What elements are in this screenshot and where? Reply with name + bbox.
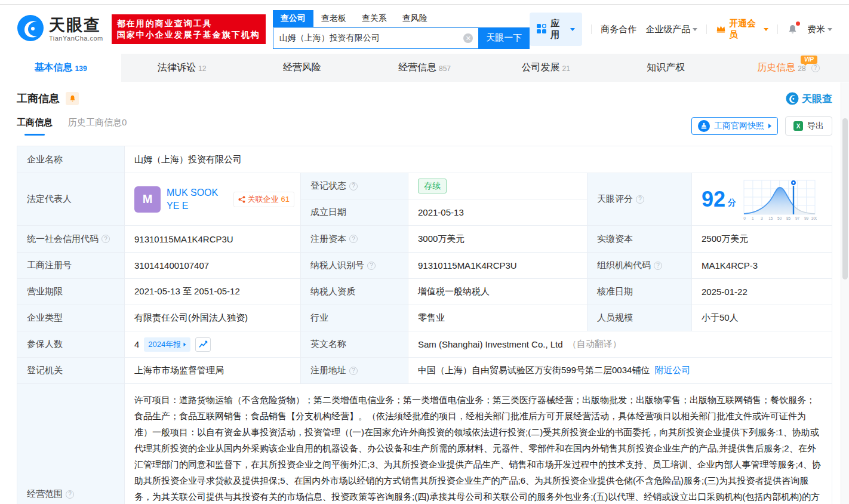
insured-value: 4 2024年报 (125, 331, 301, 358)
brand-slogan: 都在用的商业查询工具 国家中小企业发展子基金旗下机构 (112, 14, 266, 44)
help-icon[interactable]: ? (636, 195, 644, 204)
score-unit: 分 (728, 198, 736, 208)
business-term-label: 营业期限 (17, 279, 125, 305)
search-area: 查公司 查老板 查关系 查风险 ✕ 天眼一下 (273, 10, 530, 49)
subtab-row: 工商信息 历史工商信息0 工商官网快照 X 导出 (0, 114, 849, 138)
uscc-value: 91310115MA1K4RCP3U (125, 226, 301, 253)
approval-date-label: 核准日期 (587, 279, 692, 305)
annual-report-badge[interactable]: 2024年报 (144, 337, 190, 352)
excel-icon: X (793, 121, 803, 131)
divider (706, 24, 707, 34)
help-icon[interactable]: ? (349, 367, 358, 375)
scrollbar[interactable] (841, 82, 849, 504)
search-button[interactable]: 天眼一下 (478, 27, 530, 49)
official-snapshot-button[interactable]: 工商官网快照 (691, 117, 778, 135)
top-nav: 应用 商务合作 企业级产品 开通会员 (530, 13, 832, 46)
help-icon[interactable]: ? (349, 182, 358, 190)
notifications-button[interactable] (787, 23, 798, 35)
english-name-value: Sam (Shanghai) Investment Co., Ltd （自动翻译… (408, 331, 832, 358)
tianyancha-logo[interactable]: 天眼查 TianYanCha.com (17, 14, 103, 44)
reg-capital-label: 注册资本? (301, 226, 408, 253)
logo-title: 天眼查 (49, 17, 103, 33)
tab-business-info[interactable]: 经营信息857 (364, 54, 485, 82)
company-type-value: 有限责任公司(外国法人独资) (125, 305, 301, 331)
chevron-down-icon (570, 28, 575, 31)
related-companies-icon (238, 196, 245, 203)
tab-intellectual-property[interactable]: 知识产权 (607, 54, 728, 82)
svg-text:1: 1 (752, 216, 754, 220)
svg-text:100: 100 (811, 216, 817, 220)
tab-operation-risk[interactable]: 经营风险 (242, 54, 364, 82)
arrow-right-icon (184, 342, 186, 346)
scrollbar-thumb[interactable] (842, 118, 848, 279)
score-distribution-chart: 0 1 3 15 50 85 97 99 100 (742, 177, 817, 222)
watermark-brand: 天眼查 (786, 92, 832, 106)
export-button[interactable]: X 导出 (785, 116, 832, 136)
reg-authority-label: 登记机关 (17, 358, 125, 384)
related-companies-badge[interactable]: 关联企业 61 (233, 192, 294, 207)
industry-value: 零售业 (408, 305, 587, 331)
approval-date-value: 2025-01-22 (692, 279, 832, 305)
status-badge: 存续 (418, 179, 447, 193)
apps-menu[interactable]: 应用 (530, 13, 582, 46)
svg-text:0: 0 (743, 216, 746, 220)
search-tab-relation[interactable]: 查关系 (354, 10, 395, 27)
subtab-history-registration[interactable]: 历史工商信息0 (68, 117, 127, 136)
clear-search-icon[interactable]: ✕ (463, 33, 473, 43)
help-icon[interactable]: ? (349, 235, 358, 243)
svg-text:99: 99 (804, 216, 809, 220)
reg-capital-value: 3000万美元 (408, 226, 587, 253)
page-top-divider (0, 0, 849, 5)
search-tab-company[interactable]: 查公司 (273, 10, 313, 27)
chevron-down-icon (828, 28, 832, 31)
page-title: 工商信息 (17, 91, 60, 106)
score-label: 天眼评分? (587, 173, 692, 226)
divider (591, 24, 592, 34)
taxpayer-quality-value: 增值税一般纳税人 (408, 279, 587, 305)
taxpayer-id-label: 纳税人识别号? (301, 253, 408, 279)
stamp-icon (698, 120, 710, 132)
nav-enterprise[interactable]: 企业级产品 (645, 24, 697, 35)
reg-status-value: 存续 (408, 173, 587, 199)
auto-translate-note: （自动翻译） (568, 339, 622, 350)
subtab-business-registration[interactable]: 工商信息 (17, 117, 53, 136)
tab-basic-info[interactable]: 基本信息139 (0, 54, 121, 82)
nav-cooperation[interactable]: 商务合作 (601, 24, 636, 35)
insured-trend-button[interactable] (195, 337, 211, 352)
subscribe-bell-button[interactable] (66, 92, 79, 105)
user-menu[interactable]: 费米 (807, 24, 832, 35)
industry-label: 行业 (301, 305, 408, 331)
help-icon[interactable]: ? (101, 235, 110, 243)
tab-history-info[interactable]: VIP 历史信息28 ? (728, 54, 849, 82)
arrow-right-icon (768, 124, 771, 128)
reg-authority-value: 上海市市场监督管理局 (125, 358, 301, 384)
establish-date-value: 2021-05-13 (408, 199, 587, 226)
business-registration-table: 企业名称 山姆（上海）投资有限公司 法定代表人 M MUK SOOK YE E … (17, 146, 832, 504)
reg-number-value: 310141400107407 (125, 253, 301, 279)
svg-text:3: 3 (761, 216, 763, 220)
search-input[interactable] (273, 27, 479, 49)
help-icon[interactable]: ? (811, 64, 820, 72)
reg-number-label: 工商注册号 (17, 253, 125, 279)
help-icon[interactable]: ? (654, 262, 662, 270)
svg-text:85: 85 (786, 216, 791, 220)
tianyancha-watermark-icon (786, 92, 799, 105)
tab-legal[interactable]: 法律诉讼12 (121, 54, 242, 82)
search-tabs: 查公司 查老板 查关系 查风险 (273, 10, 530, 27)
help-icon[interactable]: ? (66, 490, 74, 499)
english-name-label: 英文名称 (301, 331, 408, 358)
taxpayer-id-value: 91310115MA1K4RCP3U (408, 253, 587, 279)
tianyancha-logo-icon (17, 14, 44, 44)
nearby-companies-link[interactable]: 附近公司 (654, 365, 690, 376)
score-cell[interactable]: 92 分 (692, 173, 832, 226)
search-tab-boss[interactable]: 查老板 (313, 10, 354, 27)
help-icon[interactable]: ? (367, 262, 376, 270)
avatar[interactable]: M (134, 186, 161, 213)
search-tab-risk[interactable]: 查风险 (395, 10, 435, 27)
legal-rep-name-link[interactable]: MUK SOOK YE E (167, 186, 227, 212)
open-vip-button[interactable]: 开通会员 (716, 18, 768, 41)
insured-count: 4 (134, 339, 139, 349)
watermark-brand-text: 天眼查 (802, 92, 832, 106)
tab-company-development[interactable]: 公司发展21 (485, 54, 607, 82)
notification-dot (796, 21, 800, 26)
